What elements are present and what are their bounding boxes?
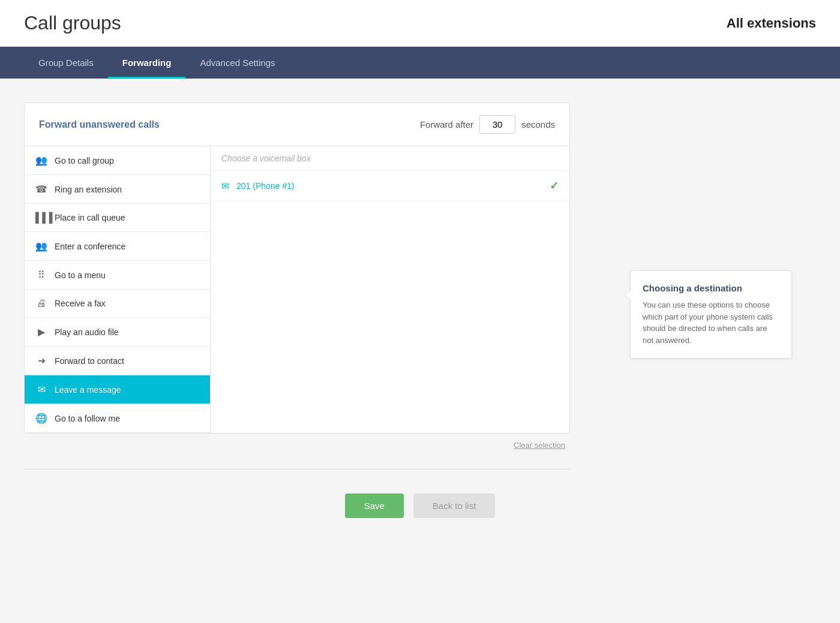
option-fax[interactable]: 🖨 Receive a fax <box>25 290 210 318</box>
option-go-to-call-group[interactable]: 👥 Go to call group <box>25 146 210 175</box>
option-menu[interactable]: ⠿ Go to a menu <box>25 261 210 290</box>
voicemail-phone-icon: ✉ <box>221 180 229 192</box>
main-content: Forward unanswered calls Forward after s… <box>0 79 840 566</box>
globe-icon: 🌐 <box>35 413 47 424</box>
tab-group-details[interactable]: Group Details <box>24 47 108 79</box>
back-to-list-button[interactable]: Back to list <box>413 493 496 518</box>
forward-icon: ➜ <box>35 355 47 366</box>
option-label: Ring an extension <box>55 185 122 194</box>
card-title: Forward unanswered calls <box>39 119 160 130</box>
voicemail-placeholder: Choose a voicemail box <box>211 146 569 171</box>
option-list: 👥 Go to call group ☎ Ring an extension ▌… <box>25 146 211 433</box>
forward-after-input[interactable] <box>479 115 515 134</box>
call-group-icon: 👥 <box>35 155 47 166</box>
tab-forwarding[interactable]: Forwarding <box>108 47 186 79</box>
queue-icon: ▌▌▌ <box>35 212 47 223</box>
option-ring-extension[interactable]: ☎ Ring an extension <box>25 175 210 204</box>
clear-selection-row: Clear selection <box>24 434 570 457</box>
option-label: Place in call queue <box>55 213 125 222</box>
fax-icon: 🖨 <box>35 298 47 309</box>
clear-selection-button[interactable]: Clear selection <box>514 441 565 450</box>
voicemail-panel: Choose a voicemail box ✉ 201 (Phone #1) … <box>211 146 569 433</box>
info-box-text: You can use these options to choose whic… <box>643 299 779 346</box>
forward-after-control: Forward after seconds <box>420 115 555 134</box>
selected-check-icon: ✓ <box>550 179 559 192</box>
phone-icon: ☎ <box>35 183 47 195</box>
voicemail-item-name: 201 (Phone #1) <box>236 181 542 191</box>
content-wrapper: Forward unanswered calls Forward after s… <box>24 103 816 542</box>
message-icon: ✉ <box>35 384 47 395</box>
option-label: Go to a follow me <box>55 414 120 423</box>
option-label: Go to call group <box>55 156 114 165</box>
info-box-title: Choosing a destination <box>643 283 779 293</box>
option-label: Receive a fax <box>55 299 106 308</box>
option-conference[interactable]: 👥 Enter a conference <box>25 232 210 261</box>
seconds-label: seconds <box>521 119 555 130</box>
option-audio-file[interactable]: ▶ Play an audio file <box>25 318 210 347</box>
menu-icon: ⠿ <box>35 269 47 281</box>
voicemail-item[interactable]: ✉ 201 (Phone #1) ✓ <box>211 171 569 201</box>
nav-tabs: Group Details Forwarding Advanced Settin… <box>0 47 840 79</box>
extensions-label: All extensions <box>727 16 816 31</box>
bottom-separator <box>24 469 570 469</box>
bottom-buttons: Save Back to list <box>24 481 816 542</box>
option-forward-contact[interactable]: ➜ Forward to contact <box>25 347 210 375</box>
card-header: Forward unanswered calls Forward after s… <box>25 103 569 146</box>
forward-unanswered-card: Forward unanswered calls Forward after s… <box>24 103 570 434</box>
option-follow-me[interactable]: 🌐 Go to a follow me <box>25 404 210 433</box>
option-label: Leave a message <box>55 385 121 395</box>
card-body: 👥 Go to call group ☎ Ring an extension ▌… <box>25 146 569 433</box>
play-icon: ▶ <box>35 326 47 338</box>
option-label: Go to a menu <box>55 270 106 280</box>
info-box: Choosing a destination You can use these… <box>630 270 792 359</box>
conference-icon: 👥 <box>35 240 47 252</box>
save-button[interactable]: Save <box>345 493 404 518</box>
option-label: Forward to contact <box>55 356 124 366</box>
option-leave-message[interactable]: ✉ Leave a message <box>25 375 210 404</box>
option-call-queue[interactable]: ▌▌▌ Place in call queue <box>25 204 210 232</box>
page-title: Call groups <box>24 12 121 34</box>
option-label: Enter a conference <box>55 242 125 251</box>
forward-after-label: Forward after <box>420 119 473 130</box>
page-header: Call groups All extensions <box>0 0 840 47</box>
tab-advanced-settings[interactable]: Advanced Settings <box>185 47 289 79</box>
option-label: Play an audio file <box>55 327 119 337</box>
